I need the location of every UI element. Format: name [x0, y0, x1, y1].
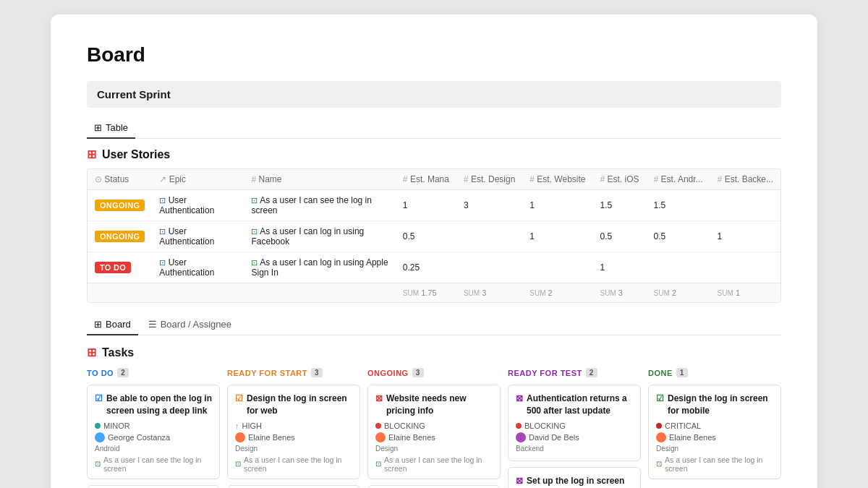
page-title: Board — [87, 43, 781, 67]
section-header: Current Sprint — [87, 81, 781, 108]
task-card: ☑ Design the log in screen for mobile CR… — [648, 385, 781, 479]
avatar — [95, 432, 105, 442]
priority-indicator — [656, 423, 662, 429]
avatar — [516, 432, 526, 442]
task-card: ☑ Design the log in screen for web ↑ HIG… — [227, 385, 360, 479]
board-tab-bar: ⊞ Board ☰ Board / Assignee — [87, 314, 781, 335]
tasks-icon: ⊞ — [87, 346, 96, 359]
board-icon: ⊞ — [94, 319, 102, 330]
column-readytest: READY FOR TEST 2 ⊠ Authentication return… — [508, 368, 641, 488]
table-row: ONGOING ⊡ User Authentication ⊡ As a use… — [88, 190, 780, 221]
task-card: ⊠ Set up the log in screen view controll… — [508, 467, 641, 488]
task-card: ⊠ Authentication returns a 500 after las… — [508, 385, 641, 461]
task-priority: BLOCKING — [375, 421, 493, 430]
assignee-icon: ☰ — [148, 319, 157, 330]
col-backend: # Est. Backe... — [710, 169, 780, 190]
col-ios: # Est. iOS — [592, 169, 646, 190]
avatar — [235, 432, 245, 442]
task-assignee: Elaine Benes — [656, 432, 773, 442]
task-priority: ↑ HIGH — [235, 421, 352, 430]
col-name: # Name — [244, 169, 395, 190]
board-columns: TO DO 2 ☑ Be able to open the log in scr… — [87, 368, 781, 488]
task-tag: Design — [235, 445, 352, 453]
user-stories-icon: ⊞ — [87, 147, 96, 161]
top-tab-bar: ⊞ Table — [87, 118, 781, 139]
user-stories-title: ⊞ User Stories — [87, 147, 781, 161]
story-link: ⊡ As a user I can see the log in screen — [235, 455, 352, 473]
tab-table[interactable]: ⊞ Table — [87, 118, 135, 139]
story-link: ⊡ As a user I can see the log in screen — [95, 455, 212, 473]
task-title: ☑ Design the log in screen for mobile — [656, 393, 773, 417]
column-ongoing: ONGOING 3 ⊠ Website needs new pricing in… — [367, 368, 501, 488]
task-card: ⊠ Website needs new pricing info BLOCKIN… — [367, 385, 501, 479]
column-ready: READY FOR START 3 ☑ Design the log in sc… — [227, 368, 360, 488]
user-stories-table: ⊙ Status ↗ Epic # Name # Est. Mana # Est… — [87, 168, 781, 303]
task-title: ⊠ Website needs new pricing info — [375, 393, 493, 417]
task-assignee: Elaine Benes — [235, 432, 352, 442]
tab-board-assignee[interactable]: ☰ Board / Assignee — [141, 314, 239, 335]
column-header-readytest: READY FOR TEST 2 — [508, 368, 641, 377]
story-link: ⊡ As a user I can see the log in screen — [375, 455, 493, 473]
task-priority: BLOCKING — [516, 421, 633, 430]
task-title: ☑ Be able to open the log in screen usin… — [95, 393, 212, 417]
status-badge: ONGOING — [95, 231, 145, 242]
status-badge: ONGOING — [95, 200, 145, 211]
task-title: ☑ Design the log in screen for web — [235, 393, 352, 417]
column-done: DONE 1 ☑ Design the log in screen for mo… — [648, 368, 781, 488]
task-tag: Backend — [516, 445, 633, 453]
col-website: # Est. Website — [522, 169, 592, 190]
task-title: ⊠ Set up the log in screen view controll… — [516, 475, 633, 488]
status-badge: TO DO — [95, 262, 131, 273]
task-tag: Design — [656, 445, 773, 453]
main-container: Board Current Sprint ⊞ Table ⊞ User Stor… — [51, 14, 817, 488]
tasks-title: ⊞ Tasks — [87, 346, 781, 359]
table-row: ONGOING ⊡ User Authentication ⊡ As a use… — [88, 221, 780, 252]
column-header-done: DONE 1 — [648, 368, 781, 377]
tab-board[interactable]: ⊞ Board — [87, 314, 138, 335]
col-design: # Est. Design — [456, 169, 522, 190]
task-card: ☑ Be able to open the log in screen usin… — [87, 385, 220, 479]
avatar — [375, 432, 386, 442]
col-android: # Est. Andr... — [647, 169, 710, 190]
column-header-ready: READY FOR START 3 — [227, 368, 360, 377]
avatar — [656, 432, 666, 442]
task-card: ☑ Implement the log in screen design NOR… — [227, 485, 360, 488]
col-status: ⊙ Status — [88, 169, 152, 190]
task-tag: Design — [375, 445, 493, 453]
task-assignee: David De Bels — [516, 432, 633, 442]
task-assignee: George Costanza — [95, 432, 212, 442]
col-mana: # Est. Mana — [396, 169, 456, 190]
task-card: ⊠ Implement the log in screen design NOR… — [367, 485, 501, 488]
task-title: ⊠ Authentication returns a 500 after las… — [516, 393, 633, 417]
table-icon: ⊞ — [94, 122, 102, 133]
column-todo: TO DO 2 ☑ Be able to open the log in scr… — [87, 368, 220, 488]
col-epic: ↗ Epic — [152, 169, 244, 190]
priority-indicator — [516, 423, 522, 429]
task-assignee: Elaine Benes — [375, 432, 493, 442]
priority-indicator — [375, 423, 381, 429]
column-header-ongoing: ONGOING 3 — [367, 368, 501, 377]
task-tag: Android — [95, 445, 212, 453]
task-card: ☑ Be able to open the log in screen usin… — [87, 485, 220, 488]
table-row: TO DO ⊡ User Authentication ⊡ As a user … — [88, 252, 780, 283]
priority-indicator — [95, 423, 101, 429]
column-header-todo: TO DO 2 — [87, 368, 220, 377]
story-link: ⊡ As a user I can see the log in screen — [656, 455, 773, 473]
task-priority: MINOR — [95, 421, 212, 430]
priority-arrow-icon: ↑ — [235, 421, 239, 430]
sum-row: SUM 1.75 SUM 3 SUM 2 SUM 3 SUM 2 SUM 1 — [88, 283, 780, 303]
task-priority: CRITICAL — [656, 421, 773, 430]
